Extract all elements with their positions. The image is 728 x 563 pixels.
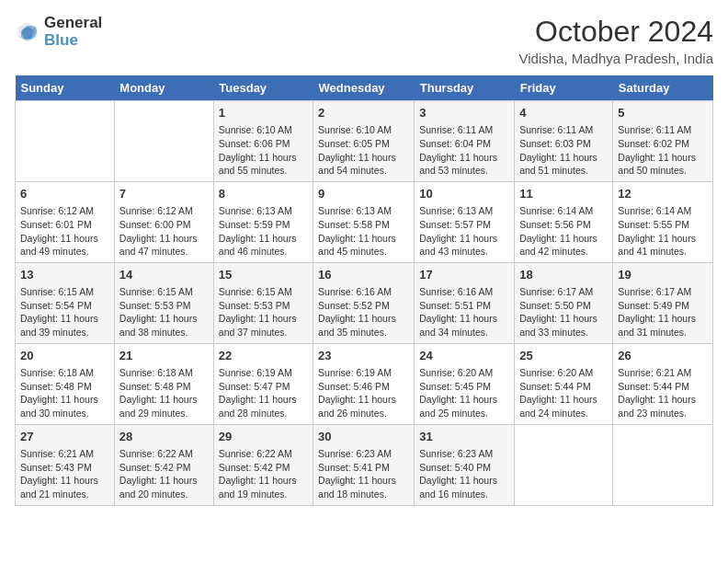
day-number: 3 [419, 105, 509, 121]
day-number: 11 [519, 186, 608, 202]
day-number: 5 [618, 105, 708, 121]
day-detail: Sunrise: 6:15 AMSunset: 5:54 PMDaylight:… [20, 285, 109, 339]
day-detail: Sunrise: 6:20 AMSunset: 5:45 PMDaylight:… [419, 366, 509, 420]
calendar-cell: 7Sunrise: 6:12 AMSunset: 6:00 PMDaylight… [114, 181, 213, 262]
day-detail: Sunrise: 6:14 AMSunset: 5:56 PMDaylight:… [519, 204, 608, 259]
calendar-table: SundayMondayTuesdayWednesdayThursdayFrid… [15, 75, 713, 506]
day-detail: Sunrise: 6:14 AMSunset: 5:55 PMDaylight:… [618, 204, 708, 259]
day-detail: Sunrise: 6:18 AMSunset: 5:48 PMDaylight:… [20, 366, 109, 420]
calendar-week-3: 13Sunrise: 6:15 AMSunset: 5:54 PMDayligh… [16, 262, 713, 343]
day-number: 31 [419, 429, 509, 445]
day-detail: Sunrise: 6:19 AMSunset: 5:46 PMDaylight:… [318, 366, 409, 420]
weekday-header-tuesday: Tuesday [213, 75, 313, 101]
calendar-week-4: 20Sunrise: 6:18 AMSunset: 5:48 PMDayligh… [16, 343, 713, 424]
day-detail: Sunrise: 6:10 AMSunset: 6:06 PMDaylight:… [219, 123, 308, 178]
day-number: 16 [318, 267, 409, 283]
calendar-cell: 4Sunrise: 6:11 AMSunset: 6:03 PMDaylight… [515, 101, 613, 182]
day-detail: Sunrise: 6:17 AMSunset: 5:49 PMDaylight:… [618, 285, 708, 339]
day-detail: Sunrise: 6:21 AMSunset: 5:43 PMDaylight:… [20, 447, 109, 501]
day-number: 4 [519, 105, 608, 121]
day-detail: Sunrise: 6:19 AMSunset: 5:47 PMDaylight:… [219, 366, 308, 420]
day-detail: Sunrise: 6:13 AMSunset: 5:59 PMDaylight:… [219, 204, 308, 259]
calendar-cell: 14Sunrise: 6:15 AMSunset: 5:53 PMDayligh… [114, 262, 213, 343]
page-subtitle: Vidisha, Madhya Pradesh, India [518, 51, 713, 66]
day-detail: Sunrise: 6:12 AMSunset: 6:00 PMDaylight:… [119, 204, 209, 259]
day-number: 15 [219, 267, 308, 283]
day-number: 12 [618, 186, 708, 202]
calendar-cell: 3Sunrise: 6:11 AMSunset: 6:04 PMDaylight… [415, 101, 515, 182]
day-number: 30 [318, 429, 409, 445]
calendar-cell: 5Sunrise: 6:11 AMSunset: 6:02 PMDaylight… [613, 101, 713, 182]
day-detail: Sunrise: 6:15 AMSunset: 5:53 PMDaylight:… [219, 285, 308, 339]
day-detail: Sunrise: 6:11 AMSunset: 6:02 PMDaylight:… [618, 123, 708, 178]
day-number: 23 [318, 348, 409, 364]
day-number: 20 [20, 348, 109, 364]
calendar-cell [515, 424, 613, 505]
calendar-cell: 25Sunrise: 6:20 AMSunset: 5:44 PMDayligh… [515, 343, 613, 424]
day-detail: Sunrise: 6:21 AMSunset: 5:44 PMDaylight:… [618, 366, 708, 420]
day-detail: Sunrise: 6:16 AMSunset: 5:51 PMDaylight:… [419, 285, 509, 339]
day-number: 29 [219, 429, 308, 445]
day-detail: Sunrise: 6:11 AMSunset: 6:04 PMDaylight:… [419, 123, 509, 178]
day-number: 13 [20, 267, 109, 283]
calendar-cell: 31Sunrise: 6:23 AMSunset: 5:40 PMDayligh… [415, 424, 515, 505]
day-number: 9 [318, 186, 409, 202]
logo-icon [15, 19, 40, 45]
day-number: 24 [419, 348, 509, 364]
calendar-cell: 29Sunrise: 6:22 AMSunset: 5:42 PMDayligh… [213, 424, 313, 505]
day-detail: Sunrise: 6:11 AMSunset: 6:03 PMDaylight:… [519, 123, 608, 178]
calendar-cell: 26Sunrise: 6:21 AMSunset: 5:44 PMDayligh… [613, 343, 713, 424]
calendar-week-5: 27Sunrise: 6:21 AMSunset: 5:43 PMDayligh… [16, 424, 713, 505]
weekday-header-sunday: Sunday [16, 75, 115, 101]
calendar-cell: 11Sunrise: 6:14 AMSunset: 5:56 PMDayligh… [515, 181, 613, 262]
calendar-cell: 1Sunrise: 6:10 AMSunset: 6:06 PMDaylight… [213, 101, 313, 182]
day-number: 14 [119, 267, 209, 283]
calendar-cell: 6Sunrise: 6:12 AMSunset: 6:01 PMDaylight… [16, 181, 115, 262]
calendar-cell: 8Sunrise: 6:13 AMSunset: 5:59 PMDaylight… [213, 181, 313, 262]
calendar-cell: 23Sunrise: 6:19 AMSunset: 5:46 PMDayligh… [313, 343, 415, 424]
day-detail: Sunrise: 6:22 AMSunset: 5:42 PMDaylight:… [219, 447, 308, 501]
calendar-cell: 21Sunrise: 6:18 AMSunset: 5:48 PMDayligh… [114, 343, 213, 424]
day-number: 19 [618, 267, 708, 283]
day-detail: Sunrise: 6:12 AMSunset: 6:01 PMDaylight:… [20, 204, 109, 259]
day-number: 17 [419, 267, 509, 283]
calendar-week-2: 6Sunrise: 6:12 AMSunset: 6:01 PMDaylight… [16, 181, 713, 262]
weekday-header-friday: Friday [515, 75, 613, 101]
day-number: 22 [219, 348, 308, 364]
day-detail: Sunrise: 6:23 AMSunset: 5:40 PMDaylight:… [419, 447, 509, 501]
calendar-cell [16, 101, 115, 182]
day-detail: Sunrise: 6:13 AMSunset: 5:57 PMDaylight:… [419, 204, 509, 259]
calendar-cell: 2Sunrise: 6:10 AMSunset: 6:05 PMDaylight… [313, 101, 415, 182]
day-detail: Sunrise: 6:23 AMSunset: 5:41 PMDaylight:… [318, 447, 409, 501]
logo-text: General Blue [44, 15, 102, 49]
day-number: 1 [219, 105, 308, 121]
calendar-cell: 27Sunrise: 6:21 AMSunset: 5:43 PMDayligh… [16, 424, 115, 505]
day-detail: Sunrise: 6:16 AMSunset: 5:52 PMDaylight:… [318, 285, 409, 339]
calendar-cell: 13Sunrise: 6:15 AMSunset: 5:54 PMDayligh… [16, 262, 115, 343]
day-number: 10 [419, 186, 509, 202]
day-number: 26 [618, 348, 708, 364]
day-number: 7 [119, 186, 209, 202]
day-number: 21 [119, 348, 209, 364]
calendar-cell: 9Sunrise: 6:13 AMSunset: 5:58 PMDaylight… [313, 181, 415, 262]
calendar-cell: 22Sunrise: 6:19 AMSunset: 5:47 PMDayligh… [213, 343, 313, 424]
day-detail: Sunrise: 6:15 AMSunset: 5:53 PMDaylight:… [119, 285, 209, 339]
weekday-header-thursday: Thursday [415, 75, 515, 101]
calendar-cell: 12Sunrise: 6:14 AMSunset: 5:55 PMDayligh… [613, 181, 713, 262]
logo: General Blue [15, 15, 102, 49]
calendar-cell: 18Sunrise: 6:17 AMSunset: 5:50 PMDayligh… [515, 262, 613, 343]
day-detail: Sunrise: 6:17 AMSunset: 5:50 PMDaylight:… [519, 285, 608, 339]
weekday-header-wednesday: Wednesday [313, 75, 415, 101]
calendar-cell: 20Sunrise: 6:18 AMSunset: 5:48 PMDayligh… [16, 343, 115, 424]
calendar-week-1: 1Sunrise: 6:10 AMSunset: 6:06 PMDaylight… [16, 101, 713, 182]
day-number: 2 [318, 105, 409, 121]
day-number: 18 [519, 267, 608, 283]
day-detail: Sunrise: 6:18 AMSunset: 5:48 PMDaylight:… [119, 366, 209, 420]
weekday-header-monday: Monday [114, 75, 213, 101]
day-number: 6 [20, 186, 109, 202]
title-block: October 2024 Vidisha, Madhya Pradesh, In… [518, 15, 713, 66]
calendar-cell: 10Sunrise: 6:13 AMSunset: 5:57 PMDayligh… [415, 181, 515, 262]
day-number: 28 [119, 429, 209, 445]
calendar-cell: 30Sunrise: 6:23 AMSunset: 5:41 PMDayligh… [313, 424, 415, 505]
day-number: 25 [519, 348, 608, 364]
